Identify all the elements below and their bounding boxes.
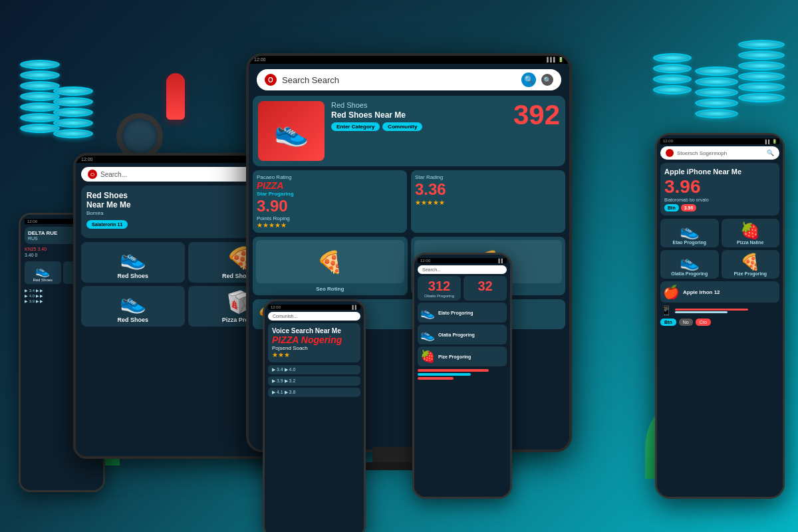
- phone-right-bottom-item-1: 📱: [660, 305, 779, 316]
- coin-stack-right-2: [695, 66, 738, 118]
- phone-mid-hero: Voice Search Near Me PIZZA Nogering Pojs…: [268, 323, 360, 362]
- phone-mid-search[interactable]: Comunish...: [268, 312, 360, 321]
- phone-center-status: 12:00 ▌▌: [418, 258, 507, 263]
- phone-right-bottom-btns: Btn No Cro: [660, 319, 779, 326]
- coin-stack-right-3: [653, 53, 692, 94]
- monitor-btn-enter[interactable]: Enter Category: [331, 122, 380, 131]
- phone-right-apple-label: Apple Irhon 12: [683, 289, 720, 295]
- phone-right-grid-1: 👟 Etao Progoring: [660, 219, 719, 247]
- monitor-logo-o: O: [268, 76, 273, 84]
- coin: [695, 98, 738, 108]
- pr-btn-1[interactable]: Btn: [660, 319, 676, 326]
- pr-bar-2: [675, 311, 728, 313]
- phone-right-grid-label-3: Olatia Progoring: [663, 271, 716, 276]
- phone-right-search-text: Stoersch Sogermoph: [677, 150, 763, 156]
- phone-right-grid-4: 🍕 Pize Progoring: [722, 250, 780, 279]
- tablet-logo-icon: O: [90, 172, 94, 178]
- phone-center: 12:00 ▌▌ Search... 312 Obatis Progoring …: [412, 253, 512, 499]
- phone-right-hero-number: 3.96: [664, 176, 775, 198]
- coin-stack-right-1: [738, 40, 785, 102]
- coin: [53, 129, 93, 138]
- phone-right-btn-1[interactable]: Btn: [664, 204, 679, 211]
- phone-right-grid-label-1: Etao Progoring: [663, 240, 716, 245]
- coin: [653, 64, 692, 73]
- phone-center-search-text: Search...: [422, 267, 441, 272]
- phone-right-time: 12:00: [663, 139, 673, 144]
- monitor-grid-card-1: 🍕 Seo Roting: [253, 237, 408, 295]
- time-far-left: 12:00: [27, 219, 37, 223]
- coin: [738, 93, 785, 102]
- phone-center-screen: 12:00 ▌▌ Search... 312 Obatis Progoring …: [414, 255, 510, 497]
- monitor-search-icon-2[interactable]: 🔍: [541, 74, 553, 86]
- monitor-grid: 🍕 Seo Roting 🍕 C2Z Progoring: [253, 237, 565, 295]
- phone-mid-item-2: ▶ 3.9 ▶ 3.2: [268, 376, 360, 386]
- bar-1: [418, 369, 489, 372]
- coin: [53, 86, 93, 96]
- coin: [53, 118, 93, 128]
- phone-center-items: 👟 Elato Progoring 👟 Olatia Progoring 🍓 P…: [418, 303, 507, 366]
- coin: [738, 72, 785, 81]
- coin: [695, 66, 738, 76]
- tablet-search-logo: O: [88, 170, 97, 179]
- coin: [20, 70, 60, 80]
- phone-center-item-label-1: Elato Progoring: [438, 311, 473, 315]
- far-left-emoji-1: 👟: [27, 263, 59, 278]
- phone-mid: 12:00 ▌▌ Comunish... Voice Search Near M…: [263, 299, 366, 532]
- coin: [53, 97, 93, 106]
- tablet-btn-1[interactable]: Salaterorin 11: [86, 220, 128, 229]
- monitor-hero-product: Red Shoes: [331, 101, 507, 109]
- pr-bar-1: [675, 309, 748, 311]
- phone-center-item-2: 👟 Olatia Progoring: [418, 325, 507, 344]
- coin: [738, 61, 785, 70]
- tablet-label-1: Red Shoes: [84, 273, 182, 279]
- phone-right-grid-3: 👟 Olatia Progoring: [660, 250, 719, 279]
- phone-right-logo: [666, 149, 674, 157]
- phone-right-apple-emoji: 🍎: [663, 284, 680, 300]
- pr-btn-2[interactable]: No: [679, 319, 693, 326]
- phone-center-item-label-3: Pize Progoring: [438, 354, 471, 359]
- phone-center-search[interactable]: Search...: [418, 265, 507, 274]
- capsule-decoration: [166, 73, 185, 120]
- phone-mid-item-1: ▶ 3.4 ▶ 4.0: [268, 365, 360, 374]
- coin: [738, 82, 785, 92]
- monitor-ratings-row: Pacaeo Rating PIZZA Star Progaring 3.90 …: [253, 170, 565, 233]
- phone-mid-screen: 12:00 ▌▌ Comunish... Voice Search Near M…: [265, 301, 364, 532]
- tablet-emoji-3: 👟: [84, 289, 182, 315]
- coin: [695, 88, 738, 97]
- phone-center-bars: [418, 369, 507, 380]
- far-left-label-1: Red Shoes: [27, 278, 59, 282]
- phone-right-bottom: 📱 Btn No Cro: [660, 305, 779, 326]
- phone-right-search[interactable]: Stoersch Sogermoph 🔍: [660, 146, 779, 160]
- search-glass-icon-2: 🔍: [543, 76, 551, 84]
- phone-center-number-2: 32: [466, 279, 504, 294]
- tablet-grid-item-3: 👟 Red Shoes: [81, 286, 185, 327]
- monitor-btn-community[interactable]: Community: [382, 122, 422, 131]
- phone-right-grid-label-4: Pize Progoring: [724, 271, 777, 276]
- phone-center-emoji-3: 🍓: [420, 349, 435, 364]
- pr-btn-3[interactable]: Cro: [696, 319, 711, 326]
- far-left-card-1: 👟 Red Shoes: [25, 261, 61, 284]
- phone-right-search-icon[interactable]: 🔍: [767, 150, 774, 156]
- monitor-search-bar[interactable]: O Search Search 🔍 🔍: [257, 69, 561, 90]
- monitor-hero-number: 392: [513, 101, 560, 129]
- phone-right: 12:00 ▌▌ 🔋 Stoersch Sogermoph 🔍 Apple iP…: [655, 133, 785, 499]
- monitor-time: 12:00: [254, 57, 266, 63]
- phone-center-item-1: 👟 Elato Progoring: [418, 303, 507, 323]
- tablet-hero-title: Red ShoesNear Me Me: [86, 191, 254, 210]
- phone-right-hero-sub: Biatoromab bo orvalo: [664, 198, 775, 202]
- phone-mid-item-3: ▶ 4.1 ▶ 3.8: [268, 388, 360, 397]
- coin-stack-left-2: [53, 86, 93, 138]
- monitor-hero-info: Red Shoes Red Shoes Near Me Enter Catego…: [331, 101, 507, 131]
- monitor-status-bar: 12:00 ▌▌▌ 🔋: [249, 56, 569, 64]
- phone-right-btn-2[interactable]: 3.96: [681, 204, 697, 211]
- monitor-signal: ▌▌▌ 🔋: [547, 57, 564, 63]
- tablet-hero-info: Red ShoesNear Me Me Bomira Salaterorin 1…: [86, 191, 254, 233]
- phone-right-hero-query: Apple iPhone Near Me: [664, 167, 775, 176]
- phone-right-apple-card: 🍎 Apple Irhon 12: [660, 281, 779, 303]
- coin: [695, 77, 738, 86]
- monitor-search-icon[interactable]: 🔍: [521, 72, 536, 87]
- coin: [53, 108, 93, 117]
- pr-bottom-bars-1: [675, 308, 779, 314]
- phone-right-emoji-4: 🍕: [724, 253, 777, 271]
- phone-center-emoji-1: 👟: [420, 305, 435, 320]
